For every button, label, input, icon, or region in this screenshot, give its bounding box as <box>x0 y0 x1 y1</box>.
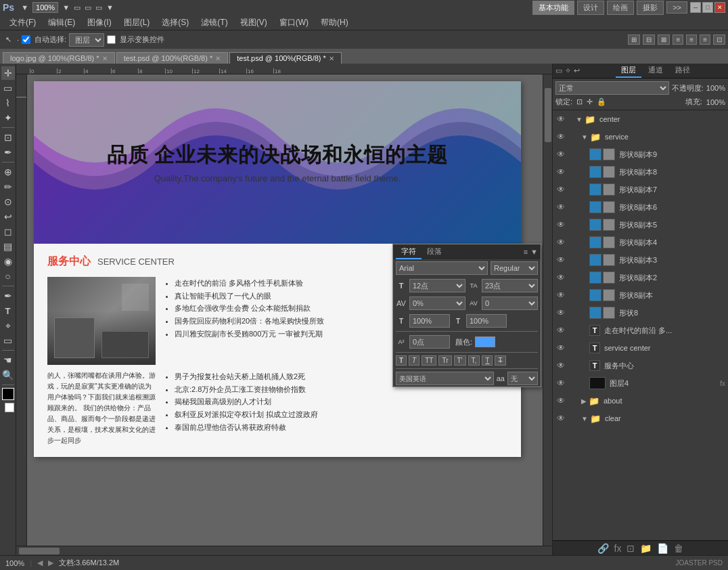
mode-photo-btn[interactable]: 摄影 <box>637 1 664 15</box>
type-tool[interactable]: T <box>1 304 15 317</box>
layer-shape-6[interactable]: 👁 形状8副本3 <box>553 251 728 269</box>
show-transform-checkbox[interactable] <box>107 35 116 44</box>
new-layer-btn[interactable]: 📄 <box>657 543 668 554</box>
kerning-select[interactable]: 0 <box>482 297 538 310</box>
lock-pixels-icon[interactable]: ⊡ <box>576 97 583 106</box>
tab-test2[interactable]: test.psd @ 100%(RGB/8) * ✕ <box>229 52 342 64</box>
scroll-thumb-h[interactable] <box>19 548 60 554</box>
eye-shape-5[interactable]: 👁 <box>555 237 566 248</box>
marquee-tool[interactable]: ▭ <box>1 81 15 95</box>
foreground-color[interactable] <box>2 388 14 400</box>
menu-file[interactable]: 文件(F) <box>4 16 41 30</box>
eye-shape-0[interactable]: 👁 <box>555 149 566 160</box>
expand-clear[interactable]: ▼ <box>581 415 588 422</box>
layer-text-headline[interactable]: 👁 T 走在时代的前沿 多... <box>553 322 728 339</box>
zoom-tool[interactable]: 🔍 <box>1 368 15 382</box>
align-center-btn[interactable]: ⊟ <box>643 35 655 45</box>
scrollbar-vertical[interactable] <box>543 74 552 546</box>
maximize-btn[interactable]: □ <box>702 2 713 13</box>
style-bold-btn[interactable]: T <box>396 355 407 366</box>
magic-wand-tool[interactable]: ✦ <box>1 111 15 125</box>
baseline-input[interactable] <box>409 335 450 349</box>
h-scale-input[interactable] <box>409 314 450 328</box>
mode-paint-btn[interactable]: 绘画 <box>607 1 634 15</box>
blend-mode-select[interactable]: 正常 <box>555 81 669 95</box>
eye-shape-4[interactable]: 👁 <box>555 219 566 230</box>
char-panel-menu[interactable]: ≡ <box>524 248 528 256</box>
aa-select[interactable]: 无 <box>507 372 538 385</box>
menu-edit[interactable]: 编辑(E) <box>43 16 81 30</box>
v-scale-input[interactable] <box>466 314 507 328</box>
delete-layer-btn[interactable]: 🗑 <box>674 543 683 554</box>
expand-service[interactable]: ▼ <box>581 133 588 141</box>
layer-service-group[interactable]: 👁 ▼ 📁 service <box>553 128 728 146</box>
eye-shape-7[interactable]: 👁 <box>555 272 566 283</box>
close-btn[interactable]: ✕ <box>714 2 725 13</box>
align-top-btn[interactable]: ≡ <box>673 35 683 45</box>
layer-shape-7[interactable]: 👁 形状8副本2 <box>553 269 728 286</box>
status-nav-next[interactable]: ▶ <box>48 558 53 567</box>
tab-close-2[interactable]: ✕ <box>329 55 334 62</box>
language-select[interactable]: 美国英语 <box>396 372 494 385</box>
eye-service-cn[interactable]: 👁 <box>555 360 566 371</box>
color-swatch[interactable] <box>475 336 495 347</box>
eye-shape-9[interactable]: 👁 <box>555 307 566 318</box>
layer-about-group[interactable]: 👁 ▶ 📁 about <box>553 392 728 410</box>
menu-icon[interactable]: ▼ <box>21 3 28 12</box>
eye-shape-6[interactable]: 👁 <box>555 255 566 265</box>
blur-tool[interactable]: ◉ <box>1 255 15 268</box>
eye-headline[interactable]: 👁 <box>555 325 566 336</box>
menu-layer[interactable]: 图层(L) <box>118 16 156 30</box>
align-middle-btn[interactable]: ≡ <box>686 35 697 45</box>
tab-close-0[interactable]: ✕ <box>102 55 108 62</box>
eye-clear[interactable]: 👁 <box>555 413 566 424</box>
char-panel-options[interactable]: ▼ <box>530 248 538 256</box>
expand-center[interactable]: ▼ <box>576 116 583 123</box>
eye-shape-2[interactable]: 👁 <box>555 184 566 195</box>
layer-shape-1[interactable]: 👁 形状8副本8 <box>553 163 728 181</box>
eye-shape-8[interactable]: 👁 <box>555 290 566 301</box>
view-icon2[interactable]: ▭ <box>85 3 91 12</box>
eye-center[interactable]: 👁 <box>555 114 566 125</box>
lock-all-icon[interactable]: 🔒 <box>597 97 606 106</box>
new-group-btn[interactable]: 📁 <box>640 543 652 554</box>
eye-shape-1[interactable]: 👁 <box>555 167 566 177</box>
style-italic-btn[interactable]: T <box>409 355 419 366</box>
lock-move-icon[interactable]: ✛ <box>587 97 593 106</box>
layer-shape-2[interactable]: 👁 形状8副本7 <box>553 181 728 198</box>
char-tab-paragraph[interactable]: 段落 <box>422 245 447 259</box>
link-layers-btn[interactable]: 🔗 <box>597 543 609 554</box>
eye-layer4[interactable]: 👁 <box>555 378 566 389</box>
eraser-tool[interactable]: ◻ <box>1 225 15 238</box>
mode-basic-btn[interactable]: 基本功能 <box>532 1 574 15</box>
menu-window[interactable]: 窗口(W) <box>274 16 314 30</box>
eye-about[interactable]: 👁 <box>555 395 566 406</box>
layers-tab[interactable]: 图层 <box>616 64 641 78</box>
canvas-content[interactable]: 品质 企业未来的决战场和永恒的主题 Quality,The company's … <box>27 74 543 546</box>
zoom-dropdown[interactable]: ▼ <box>62 3 70 12</box>
tool-arrow-icon[interactable]: ↖ <box>3 35 14 45</box>
add-style-btn[interactable]: fx <box>614 543 622 554</box>
background-color[interactable] <box>5 403 14 412</box>
history-tool[interactable]: ↩ <box>1 210 15 223</box>
style-super-btn[interactable]: T' <box>454 355 466 366</box>
menu-image[interactable]: 图像(I) <box>82 16 116 30</box>
pen-tool[interactable]: ✒ <box>1 289 15 303</box>
align-bottom-btn[interactable]: ≡ <box>700 35 710 45</box>
view-more[interactable]: ▼ <box>106 3 114 12</box>
style-strikethrough-btn[interactable]: T <box>495 355 505 366</box>
font-style-select[interactable]: Regular <box>491 261 538 275</box>
move-tool[interactable]: ✛ <box>1 66 15 80</box>
stamp-tool[interactable]: ⊙ <box>1 195 15 209</box>
align-left-btn[interactable]: ⊞ <box>628 35 640 45</box>
view-icon3[interactable]: ▭ <box>95 3 102 12</box>
lasso-tool[interactable]: ⌇ <box>1 96 15 110</box>
path-tool[interactable]: ⌖ <box>1 319 15 332</box>
mode-more-btn[interactable]: >> <box>666 1 687 14</box>
shape-tool[interactable]: ▭ <box>1 334 15 347</box>
mode-design-btn[interactable]: 设计 <box>577 1 604 15</box>
expand-about[interactable]: ▶ <box>581 397 587 405</box>
menu-help[interactable]: 帮助(H) <box>315 16 354 30</box>
minimize-btn[interactable]: ─ <box>690 2 701 13</box>
status-nav-prev[interactable]: ◀ <box>37 558 43 567</box>
